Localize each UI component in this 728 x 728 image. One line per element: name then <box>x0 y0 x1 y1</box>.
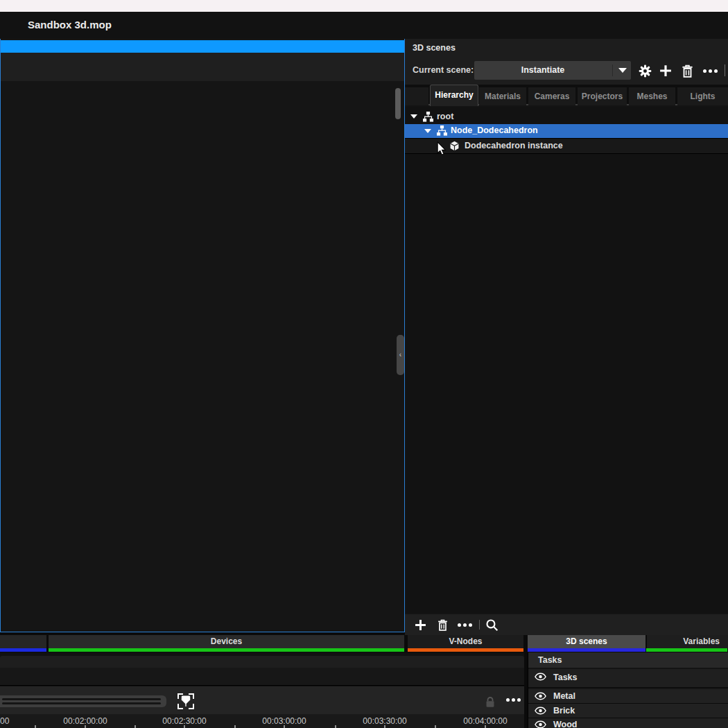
plus-icon <box>415 619 426 631</box>
tree-row-root[interactable]: root <box>405 110 728 124</box>
eye-icon[interactable] <box>535 720 546 728</box>
expand-caret-icon[interactable] <box>424 129 431 133</box>
playhead-marker[interactable] <box>177 693 194 709</box>
hierarchy-more-button[interactable] <box>456 618 474 632</box>
tab-projectors[interactable]: Projectors <box>578 87 627 105</box>
bottom-tab-variables[interactable]: Variables <box>647 635 728 648</box>
mouse-cursor <box>437 141 447 156</box>
trash-icon <box>682 64 693 78</box>
bottom-tab-v-nodes[interactable]: V-Nodes <box>408 635 523 648</box>
cube-icon <box>449 141 460 151</box>
eye-icon[interactable] <box>535 707 546 715</box>
timeline-more-button[interactable] <box>506 698 521 702</box>
expand-caret-icon[interactable] <box>410 114 417 119</box>
panel-title: 3D scenes <box>413 43 456 53</box>
timeline-tick <box>335 725 336 728</box>
delete-node-button[interactable] <box>435 618 449 632</box>
tab-underline <box>49 648 404 652</box>
timeline-tick <box>35 725 36 728</box>
dropdown-separator <box>612 64 613 76</box>
timeline-scroll-row <box>0 686 524 714</box>
chevron-down-icon <box>618 68 627 73</box>
tree-row-dodecahedron-instance[interactable]: Dodecahedron instance <box>405 138 728 154</box>
3d-scenes-panel-header: 3D scenes <box>405 39 728 58</box>
bottom-tab-devices[interactable]: Devices <box>49 635 404 648</box>
tasks-panel-header: Tasks <box>528 652 728 668</box>
scene-more-button[interactable] <box>700 63 720 78</box>
viewport-panel[interactable]: ‹ <box>0 39 405 632</box>
timecode-label: 00:03:00:00 <box>262 716 306 726</box>
timecode-label: 00 <box>0 716 9 726</box>
search-button[interactable] <box>484 617 499 632</box>
scene-select-value: Instantiate <box>474 65 612 75</box>
tab-underline <box>408 648 523 652</box>
panel-collapse-handle[interactable]: ‹ <box>397 335 404 375</box>
timecode-label: 00:04:00:00 <box>463 716 507 726</box>
app-window: Sandbox 3d.mop ‹ 3D scenes Current scene… <box>0 0 728 728</box>
tab-meshes[interactable]: Meshes <box>629 87 675 105</box>
gear-icon <box>639 64 652 78</box>
delete-scene-button[interactable] <box>679 63 695 78</box>
timeline-tick <box>485 725 486 728</box>
eye-icon[interactable] <box>535 673 546 681</box>
task-row-tasks[interactable]: Tasks <box>528 669 728 688</box>
scene-hierarchy-tree: root Node_Dodecahedron <box>405 107 728 613</box>
timeline-zoom-slider[interactable] <box>0 695 166 707</box>
timeline-track-strip <box>0 656 524 668</box>
bottom-tab-stub[interactable] <box>0 635 46 648</box>
tab-lights[interactable]: Lights <box>677 87 728 105</box>
eye-icon[interactable] <box>535 692 546 700</box>
tab-underline <box>528 648 645 652</box>
node-hierarchy-icon <box>423 112 433 122</box>
timeline-tick <box>284 725 285 728</box>
tree-row-node-dodecahedron[interactable]: Node_Dodecahedron <box>405 124 728 138</box>
add-scene-button[interactable] <box>658 63 673 78</box>
timecode-label: 00:02:30:00 <box>162 716 206 726</box>
scene-toolbar: Current scene: Instantiate <box>405 58 728 85</box>
timecode-ruler: 00 00:02:00:00 00:02:30:00 00:03:00:00 0… <box>0 714 524 728</box>
lock-icon[interactable] <box>485 696 495 708</box>
hierarchy-bottom-toolbar <box>405 614 728 635</box>
task-row-wood[interactable]: Wood <box>528 718 728 728</box>
tasks-panel: Tasks Tasks Metal <box>528 652 728 728</box>
window-title: Sandbox 3d.mop <box>28 19 112 31</box>
timeline-track-strip-2 <box>0 668 524 686</box>
timeline-tick <box>234 725 236 728</box>
task-row-brick[interactable]: Brick <box>528 704 728 718</box>
plus-icon <box>659 64 672 77</box>
trash-icon <box>437 619 448 631</box>
tab-underline <box>0 648 46 652</box>
timeline-tick <box>85 725 86 728</box>
timeline-tick <box>135 725 136 728</box>
ellipsis-icon <box>458 623 472 627</box>
timeline-panel: 00 00:02:00:00 00:02:30:00 00:03:00:00 0… <box>0 652 524 728</box>
scene-settings-button[interactable] <box>637 63 652 78</box>
title-bar: Sandbox 3d.mop <box>0 12 728 39</box>
timecode-label: 00:02:00:00 <box>63 716 107 726</box>
viewport-panel-selected-header <box>1 40 404 53</box>
search-icon <box>485 618 499 632</box>
tab-materials[interactable]: Materials <box>479 87 526 105</box>
timeline-tick <box>435 725 436 728</box>
scene-tab-bar: Hierarchy Materials Cameras Projectors M… <box>405 85 728 105</box>
node-hierarchy-icon <box>437 125 447 136</box>
tab-cameras[interactable]: Cameras <box>528 87 575 105</box>
viewport-scrollbar-thumb[interactable] <box>395 88 401 119</box>
tasks-title: Tasks <box>538 655 562 665</box>
timeline-tick <box>384 725 385 728</box>
tab-underline <box>646 648 727 652</box>
top-strip <box>0 0 728 12</box>
3d-scenes-panel: 3D scenes Current scene: Instantiate <box>405 39 728 635</box>
ellipsis-icon <box>703 69 718 73</box>
timeline-tick <box>184 725 185 728</box>
tab-stub <box>405 87 428 105</box>
bottom-tab-3d-scenes[interactable]: 3D scenes <box>528 635 645 648</box>
current-scene-label: Current scene: <box>413 65 474 75</box>
scene-select-dropdown[interactable]: Instantiate <box>474 61 631 80</box>
playhead-pin-icon <box>181 695 191 707</box>
timecode-label: 00:03:30:00 <box>363 716 406 726</box>
add-node-button[interactable] <box>413 618 427 632</box>
task-row-metal[interactable]: Metal <box>528 689 728 704</box>
toolbar-separator <box>725 64 725 76</box>
tab-hierarchy[interactable]: Hierarchy <box>430 85 478 106</box>
